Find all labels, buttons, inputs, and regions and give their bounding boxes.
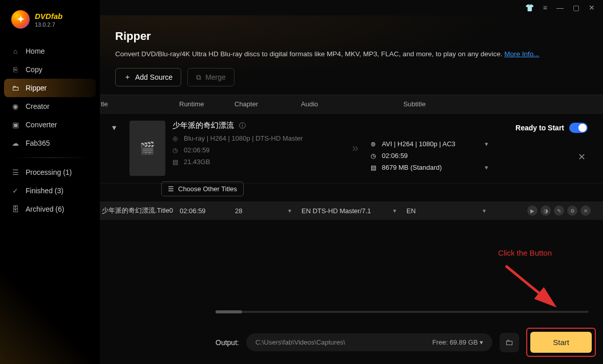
theme-icon[interactable]: 👕 (525, 4, 534, 12)
input-format: Blu-ray | H264 | 1080p | DTS-HD Master (184, 134, 303, 142)
edit-icon[interactable]: ✎ (554, 206, 564, 216)
chevron-down-icon: ▾ (480, 338, 483, 346)
format-icon: ⊚ (371, 141, 378, 148)
thumbnail: 🎬 (130, 121, 165, 176)
browse-folder-button[interactable]: 🗀 (500, 333, 519, 352)
input-duration: 02:06:59 (184, 146, 210, 154)
output-size[interactable]: 8679 MB (Standard) (382, 164, 477, 171)
list-icon: ☰ (168, 185, 174, 193)
source-row: ▾ 🎬 少年派的奇幻漂流 ⓘ ◎Blu-ray | H264 | 1080p |… (100, 113, 603, 184)
clock-icon: ◷ (371, 152, 378, 160)
plus-icon: ＋ (124, 73, 131, 82)
nav: ⌂Home ⎘Copy 🗀Ripper ◉Creator ▣Converter … (0, 38, 100, 222)
input-size: 21.43GB (184, 158, 210, 166)
output-label: Output: (216, 338, 239, 347)
sidebar-item-label: Converter (26, 121, 57, 129)
sidebar-item-label: Finished (3) (26, 187, 63, 195)
brand-name: DVDfab (35, 12, 62, 20)
info-icon[interactable]: ⓘ (239, 121, 246, 130)
sidebar-item-label: Ripper (26, 84, 47, 92)
archived-icon: 🗄 (11, 205, 19, 213)
logo-area: ✦ DVDfab 13.0.2.7 (0, 6, 100, 38)
title-row[interactable]: 少年派的奇幻漂流.Title0 02:06:59 28▼ EN DTS-HD M… (100, 201, 603, 220)
enable-toggle[interactable] (569, 123, 588, 133)
crop-icon[interactable]: ◑ (541, 206, 551, 216)
sidebar-item-processing[interactable]: ☰Processing (1) (4, 163, 96, 181)
size-icon: ▤ (173, 158, 180, 166)
chevron-down-icon[interactable]: ▼ (392, 208, 397, 214)
title-audio: EN DTS-HD Master/7.1 (302, 207, 371, 215)
col-chapter: Chapter (234, 100, 301, 108)
col-runtime: Runtime (179, 100, 234, 108)
titlebar: 👕 ≡ — ▢ ✕ (100, 0, 603, 15)
settings-icon[interactable]: ⚙ (567, 206, 577, 216)
main: 👕 ≡ — ▢ ✕ Ripper Convert DVD/Blu-ray/4K … (100, 0, 603, 364)
output-path-field[interactable]: C:\Users\fab\Videos\Captures\ Free: 69.8… (246, 333, 492, 351)
divider (11, 157, 89, 158)
status-text: Ready to Start (515, 124, 564, 132)
start-highlight: Start (526, 328, 596, 357)
sidebar-item-label: Creator (26, 102, 50, 110)
output-duration: 02:06:59 (382, 152, 408, 160)
sidebar-item-label: Fab365 (26, 139, 50, 147)
ripper-icon: 🗀 (11, 84, 19, 92)
output-path-text: C:\Users\fab\Videos\Captures\ (255, 338, 345, 346)
delete-icon[interactable]: ✕ (580, 206, 591, 216)
svg-line-0 (506, 266, 551, 303)
col-title: tle (100, 100, 179, 108)
converter-icon: ▣ (11, 121, 19, 129)
menu-icon[interactable]: ≡ (543, 4, 547, 12)
sidebar-item-home[interactable]: ⌂Home (4, 42, 96, 60)
chevron-down-icon[interactable]: ▼ (482, 208, 487, 214)
size-icon: ▤ (371, 164, 378, 171)
remove-source-icon[interactable]: ✕ (578, 151, 586, 163)
sidebar-item-label: Archived (6) (26, 205, 64, 213)
chevron-down-icon[interactable]: ▾ (485, 140, 488, 148)
chevron-down-icon[interactable]: ▾ (485, 164, 488, 171)
source-title: 少年派的奇幻漂流 (173, 121, 234, 130)
sidebar-item-label: Processing (1) (26, 168, 72, 176)
start-button[interactable]: Start (530, 332, 592, 353)
page-title: Ripper (115, 30, 588, 43)
column-headers: tle Runtime Chapter Audio Subtitle (100, 95, 603, 113)
title-chapter: 28 (235, 207, 242, 215)
home-icon: ⌂ (11, 47, 19, 55)
disc-icon: ◎ (173, 135, 180, 142)
processing-icon: ☰ (11, 168, 19, 176)
sidebar-item-ripper[interactable]: 🗀Ripper (4, 79, 96, 97)
play-icon[interactable]: ▶ (527, 206, 537, 216)
merge-button[interactable]: ⧉Merge (187, 68, 234, 86)
add-source-button[interactable]: ＋Add Source (115, 68, 181, 86)
minimize-icon[interactable]: — (556, 4, 564, 12)
sidebar-item-fab365[interactable]: ☁Fab365 (4, 134, 96, 152)
folder-icon: 🗀 (505, 338, 513, 347)
finished-icon: ✓ (11, 187, 19, 195)
sidebar-item-label: Home (26, 47, 45, 55)
sidebar-item-archived[interactable]: 🗄Archived (6) (4, 200, 96, 218)
sidebar-item-copy[interactable]: ⎘Copy (4, 60, 96, 79)
close-icon[interactable]: ✕ (589, 4, 595, 12)
arrow-icon: » (347, 121, 363, 176)
title-runtime: 02:06:59 (180, 207, 235, 215)
maximize-icon[interactable]: ▢ (573, 4, 579, 12)
output-format[interactable]: AVI | H264 | 1080p | AC3 (382, 140, 477, 148)
progress-scrollbar[interactable] (216, 311, 589, 313)
chevron-down-icon[interactable]: ▼ (287, 208, 292, 214)
merge-icon: ⧉ (196, 73, 201, 82)
sidebar: ✦ DVDfab 13.0.2.7 ⌂Home ⎘Copy 🗀Ripper ◉C… (0, 0, 100, 364)
free-space[interactable]: Free: 69.89 GB▾ (432, 338, 483, 346)
sidebar-item-creator[interactable]: ◉Creator (4, 97, 96, 116)
more-info-link[interactable]: More Info... (504, 50, 539, 58)
page-description: Convert DVD/Blu-ray/4K Ultra HD Blu-ray … (115, 50, 588, 58)
annotation-arrow-icon (501, 261, 562, 312)
sidebar-item-converter[interactable]: ▣Converter (4, 116, 96, 134)
collapse-icon[interactable]: ▾ (112, 121, 122, 176)
annotation-text: Click the Button (498, 248, 552, 257)
title-name: 少年派的奇幻漂流.Title0 (100, 206, 180, 215)
sidebar-item-label: Copy (26, 65, 42, 74)
brand-version: 13.0.2.7 (35, 21, 62, 28)
choose-other-titles-button[interactable]: ☰Choose Other Titles (161, 181, 244, 196)
creator-icon: ◉ (11, 102, 19, 110)
clock-icon: ◷ (173, 147, 180, 154)
sidebar-item-finished[interactable]: ✓Finished (3) (4, 181, 96, 200)
